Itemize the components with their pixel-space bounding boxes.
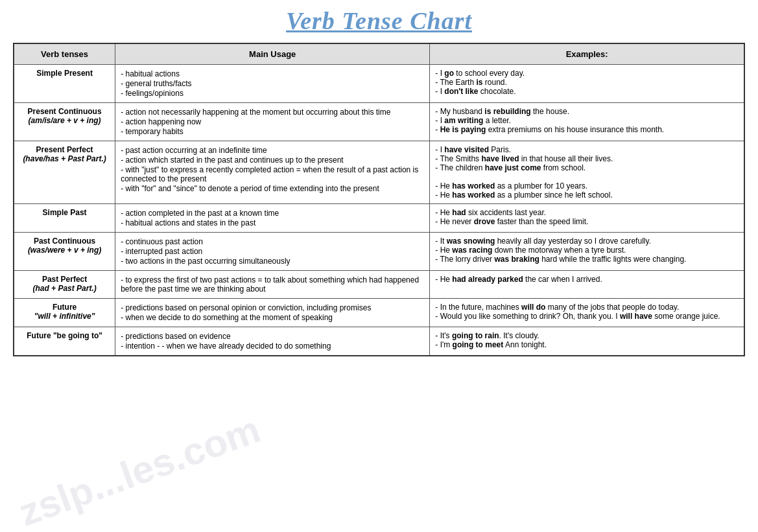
table-row: Simple Present- habitual actions- genera… [14, 65, 744, 103]
usage-line: - with "for" and "since" to denote a per… [121, 184, 424, 193]
usage-line: - intention - - when we have already dec… [121, 341, 424, 351]
table-row: Present Continuous(am/is/are + v + ing)-… [14, 103, 744, 141]
examples-cell: - It was snowing heavily all day yesterd… [430, 233, 744, 271]
table-row: Future "be going to"- predictions based … [14, 327, 744, 356]
table-row: Simple Past- action completed in the pas… [14, 204, 744, 233]
usage-line: - predictions based on personal opinion … [121, 303, 424, 312]
usage-line: - with "just" to express a recently comp… [121, 165, 424, 183]
examples-cell: - My husband is rebuilding the house.- I… [430, 103, 744, 141]
usage-cell: - to express the first of two past actio… [115, 271, 430, 299]
tense-cell: Future "be going to" [14, 327, 115, 356]
usage-line: - action not necessarily happening at th… [121, 108, 424, 117]
usage-cell: - habitual actions- general truths/facts… [115, 65, 430, 103]
page-title: Verb Tense Chart [13, 6, 745, 35]
watermark: zslp...les.com [13, 406, 266, 532]
usage-line: - continuous past action [121, 237, 424, 246]
examples-cell: - I have visited Paris.- The Smiths have… [430, 141, 744, 204]
tense-cell: Present Perfect(have/has + Past Part.) [14, 141, 115, 204]
examples-cell: - In the future, machines will do many o… [430, 299, 744, 327]
usage-line: - habitual actions and states in the pas… [121, 218, 424, 227]
tense-cell: Present Continuous(am/is/are + v + ing) [14, 103, 115, 141]
examples-cell: - It's going to rain. It's cloudy.- I'm … [430, 327, 744, 356]
usage-line: - temporary habits [121, 127, 424, 136]
verb-tense-table: Verb tenses Main Usage Examples: Simple … [13, 43, 745, 356]
usage-line: - past action occurring at an indefinite… [121, 146, 424, 155]
examples-cell: - He had already parked the car when I a… [430, 271, 744, 299]
tense-cell: Past Continuous(was/were + v + ing) [14, 233, 115, 271]
tense-cell: Simple Past [14, 204, 115, 233]
usage-line: - general truths/facts [121, 79, 424, 88]
usage-line: - two actions in the past occurring simu… [121, 257, 424, 266]
usage-line: - to express the first of two past actio… [121, 275, 424, 294]
usage-cell: - action not necessarily happening at th… [115, 103, 430, 141]
usage-line: - feelings/opinions [121, 89, 424, 98]
header-examples: Examples: [430, 43, 744, 65]
table-row: Future"will + infinitive"- predictions b… [14, 299, 744, 327]
examples-cell: - I go to school every day.- The Earth i… [430, 65, 744, 103]
usage-line: - habitual actions [121, 69, 424, 78]
tense-cell: Simple Present [14, 65, 115, 103]
usage-line: - action which started in the past and c… [121, 156, 424, 165]
usage-cell: - continuous past action- interrupted pa… [115, 233, 430, 271]
usage-line: - when we decide to do something at the … [121, 313, 424, 322]
usage-cell: - predictions based on evidence- intenti… [115, 327, 430, 356]
tense-cell: Future"will + infinitive" [14, 299, 115, 327]
usage-line: - action completed in the past at a know… [121, 209, 424, 218]
header-usage: Main Usage [115, 43, 430, 65]
usage-line: - action happening now [121, 117, 424, 126]
table-row: Past Continuous(was/were + v + ing)- con… [14, 233, 744, 271]
table-row: Past Perfect(had + Past Part.)- to expre… [14, 271, 744, 299]
examples-cell: - He had six accidents last year.- He ne… [430, 204, 744, 233]
table-row: Present Perfect(have/has + Past Part.)- … [14, 141, 744, 204]
tense-cell: Past Perfect(had + Past Part.) [14, 271, 115, 299]
usage-cell: - past action occurring at an indefinite… [115, 141, 430, 204]
usage-line: - interrupted past action [121, 247, 424, 256]
header-tenses: Verb tenses [14, 43, 115, 65]
usage-cell: - action completed in the past at a know… [115, 204, 430, 233]
usage-cell: - predictions based on personal opinion … [115, 299, 430, 327]
usage-line: - predictions based on evidence [121, 332, 424, 341]
